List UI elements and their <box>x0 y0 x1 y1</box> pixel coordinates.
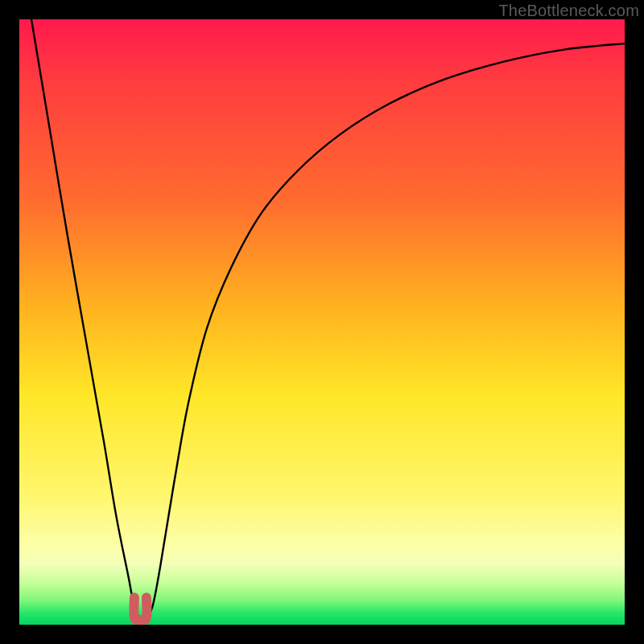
minimum-marker <box>134 597 147 620</box>
bottleneck-curve <box>31 19 625 621</box>
chart-frame: TheBottleneck.com <box>0 0 644 644</box>
watermark-text: TheBottleneck.com <box>498 2 639 20</box>
curve-layer <box>19 19 625 625</box>
plot-area <box>19 19 625 625</box>
